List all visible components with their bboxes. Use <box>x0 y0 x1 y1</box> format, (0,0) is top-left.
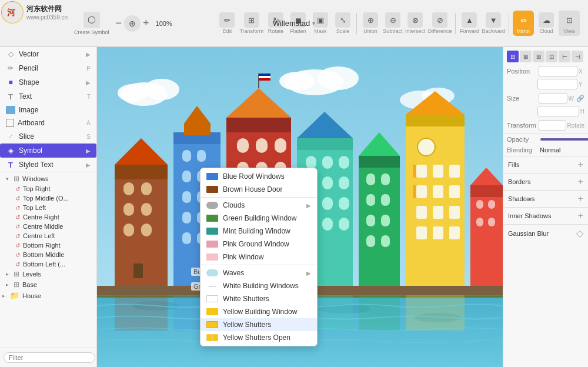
opacity-row: Opacity <box>503 133 588 145</box>
menu-item-green-building[interactable]: Green Building Window <box>201 212 317 225</box>
menu-item-white-building[interactable]: - - - - White Building Windows <box>201 279 317 292</box>
size-height-input[interactable] <box>537 106 579 116</box>
layer-top-left[interactable]: ↺ Top Left <box>0 203 96 212</box>
tool-edit[interactable]: ✏ Edit <box>217 12 237 34</box>
tool-symbol[interactable]: ◈ Symbol ▶ <box>0 144 96 158</box>
menu-item-clouds[interactable]: Clouds ▶ <box>201 199 317 212</box>
tool-subtract[interactable]: ⊖ Subtract <box>383 12 403 34</box>
toolbar-tools: ✏ Edit ⊞ Transform ↻ Rotate ◼ Flatten ▣ … <box>217 11 580 36</box>
layer-bottom-right[interactable]: ↺ Bottom Right <box>0 241 96 250</box>
opacity-slider[interactable] <box>540 138 588 141</box>
tool-styled-text[interactable]: T Styled Text ▶ <box>0 158 96 172</box>
tool-shape[interactable]: ■ Shape ▶ <box>0 75 96 89</box>
menu-item-mint-building[interactable]: Mint Building Window <box>201 225 317 238</box>
inner-shadows-section[interactable]: Inner Shadows + <box>503 207 588 224</box>
gaussian-blur-plus-icon[interactable]: ◇ <box>576 228 583 239</box>
layer-centre-right[interactable]: ↺ Centre Right <box>0 212 96 222</box>
tool-forward[interactable]: ▲ Forward <box>459 12 479 34</box>
tool-union[interactable]: ⊕ Union <box>360 12 380 34</box>
align-top-button[interactable]: ⊡ <box>546 51 557 62</box>
layer-bottom-middle[interactable]: ↺ Bottom Middle <box>0 250 96 259</box>
align-left-button[interactable]: ⊟ <box>507 51 519 62</box>
svg-rect-27 <box>133 263 143 278</box>
tool-mirror[interactable]: ⇔ Mirror <box>513 11 534 36</box>
tool-text[interactable]: T Text T <box>0 89 96 104</box>
size-width-input[interactable] <box>539 93 567 104</box>
tool-backward[interactable]: ▼ Backward <box>482 12 505 34</box>
tool-image[interactable]: Image <box>0 104 96 116</box>
layer-centre-left[interactable]: ↺ Centre Left <box>0 231 96 241</box>
svg-rect-119 <box>207 335 212 341</box>
layer-bottom-left[interactable]: ↺ Bottom Left (... <box>0 259 96 269</box>
svg-rect-51 <box>256 138 268 153</box>
menu-item-yellow-building[interactable]: Yellow Building Window <box>201 305 317 318</box>
layer-base[interactable]: ▸ ⊞ Base <box>0 279 96 290</box>
svg-rect-71 <box>322 197 333 210</box>
gaussian-blur-section[interactable]: Gaussian Blur ◇ <box>503 224 588 242</box>
menu-item-brown-door[interactable]: Brown House Door <box>201 183 317 196</box>
layer-top-right[interactable]: ↺ Top Right <box>0 184 96 193</box>
menu-white-shutters-label: White Shutters <box>223 295 311 303</box>
zoom-minus-button[interactable]: − <box>114 17 124 29</box>
menu-item-yellow-shutters[interactable]: Yellow Shutters <box>201 318 317 331</box>
fills-section[interactable]: Fills + <box>503 156 588 173</box>
align-center-h-button[interactable]: ⊠ <box>520 51 532 62</box>
shadows-section[interactable]: Shadows + <box>503 190 588 207</box>
tool-slice[interactable]: ⟋ Slice S <box>0 129 96 144</box>
menu-item-white-shutters[interactable]: White Shutters <box>201 292 317 305</box>
right-panel: ⊟ ⊠ ⊞ ⊡ ⊢ ⊣ Position X Y Size W <box>503 47 588 367</box>
context-menu: Blue Roof Windows Brown House Door Cloud… <box>200 168 318 346</box>
borders-plus-icon[interactable]: + <box>578 176 583 187</box>
svg-rect-82 <box>381 194 390 206</box>
svg-rect-95 <box>433 185 443 198</box>
layer-centre-middle[interactable]: ↺ Centre Middle <box>0 222 96 231</box>
layer-house-label: House <box>22 292 41 299</box>
app-title: Willemstad ▾ <box>273 19 316 28</box>
inner-shadows-plus-icon[interactable]: + <box>578 211 583 221</box>
svg-rect-77 <box>359 156 400 168</box>
tools-section: ◇ Vector ▶ ✏ Pencil P ■ Shape ▶ T Text <box>0 47 96 172</box>
title-arrow[interactable]: ▾ <box>312 20 315 26</box>
position-y-input[interactable] <box>537 79 577 89</box>
tool-view[interactable]: ⊡ View <box>559 11 580 36</box>
layer-top-right-label: Top Right <box>23 185 50 192</box>
tool-difference[interactable]: ⊘ Difference <box>428 12 452 34</box>
align-bottom-button[interactable]: ⊣ <box>572 51 583 62</box>
tool-vector[interactable]: ◇ Vector ▶ <box>0 47 96 61</box>
position-x-input[interactable] <box>539 66 577 76</box>
tool-cloud[interactable]: ☁ Cloud <box>536 12 556 34</box>
layer-house[interactable]: ▸ 📁 House <box>0 290 96 301</box>
tool-intersect[interactable]: ⊗ Intersect <box>405 12 426 34</box>
svg-rect-72 <box>339 197 349 210</box>
layer-levels[interactable]: ▸ ⊞ Levels <box>0 269 96 279</box>
menu-item-pink-ground[interactable]: Pink Ground Window <box>201 238 317 251</box>
rotate-input[interactable] <box>539 120 566 131</box>
align-right-button[interactable]: ⊞ <box>533 51 544 62</box>
menu-item-blue-roof[interactable]: Blue Roof Windows <box>201 170 317 183</box>
layer-top-middle[interactable]: ↺ Top Middle (O... <box>0 193 96 203</box>
menu-item-waves[interactable]: Waves ▶ <box>201 266 317 279</box>
tool-text-label: Text <box>19 92 83 101</box>
layer-windows[interactable]: ▾ ⊞ Windows <box>0 174 96 184</box>
tool-pencil[interactable]: ✏ Pencil P <box>0 61 96 75</box>
create-symbol-label: Create Symbol <box>74 29 109 35</box>
blending-label: Blending <box>507 146 537 154</box>
svg-rect-110 <box>476 218 483 226</box>
svg-rect-23 <box>123 203 134 216</box>
filter-input[interactable] <box>4 352 95 363</box>
menu-item-pink-window[interactable]: Pink Window <box>201 251 317 263</box>
borders-section[interactable]: Borders + <box>503 173 588 190</box>
menu-item-yellow-shutters-open[interactable]: Yellow Shutters Open <box>201 331 317 344</box>
svg-rect-91 <box>416 165 427 178</box>
align-center-v-button[interactable]: ⊢ <box>559 51 570 62</box>
tool-scale[interactable]: ⤡ Scale <box>333 12 353 34</box>
zoom-plus-button[interactable]: + <box>141 17 151 29</box>
shadows-plus-icon[interactable]: + <box>578 193 583 204</box>
create-symbol-button[interactable]: ⬡ Create Symbol <box>74 12 109 35</box>
tool-artboard[interactable]: Artboard A <box>0 116 96 129</box>
lock-icon[interactable]: 🔗 <box>576 95 584 102</box>
left-sidebar: ◇ Vector ▶ ✏ Pencil P ■ Shape ▶ T Text <box>0 47 97 367</box>
tool-transform[interactable]: ⊞ Transform <box>239 12 263 34</box>
fills-plus-icon[interactable]: + <box>578 159 583 170</box>
layer-levels-label: Levels <box>22 271 41 278</box>
